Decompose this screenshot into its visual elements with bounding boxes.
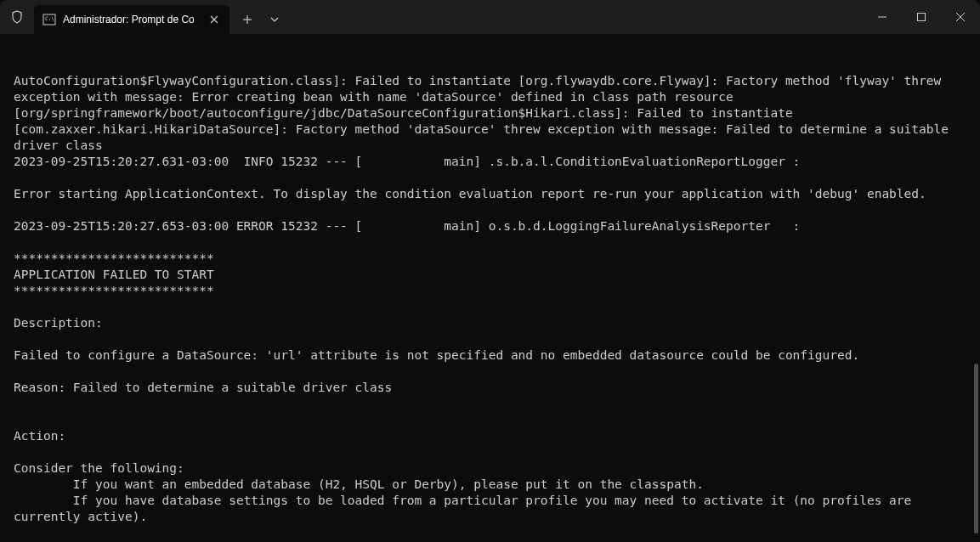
terminal-line: If you have database settings to be load… (14, 493, 966, 525)
new-tab-button[interactable] (233, 5, 262, 34)
minimize-button[interactable] (863, 0, 902, 34)
terminal-line (14, 234, 966, 251)
terminal-line (14, 170, 966, 186)
terminal-line: 2023-09-25T15:20:27.631-03:00 INFO 15232… (14, 154, 966, 170)
maximize-button[interactable] (902, 0, 941, 34)
terminal-line: *************************** (14, 251, 966, 267)
terminal-line: Reason: Failed to determine a suitable d… (14, 380, 966, 396)
titlebar: C:\ Administrador: Prompt de Co (0, 0, 980, 34)
tab-close-button[interactable] (207, 13, 221, 26)
svg-text:C:\: C:\ (45, 15, 54, 21)
close-button[interactable] (941, 0, 980, 34)
terminal-line: APPLICATION FAILED TO START (14, 267, 966, 283)
terminal-line (14, 444, 966, 460)
window-controls (863, 0, 980, 34)
terminal-line: 2023-09-25T15:20:27.653-03:00 ERROR 1523… (14, 218, 966, 234)
tab-title: Administrador: Prompt de Co (63, 14, 201, 25)
shield-icon (0, 0, 34, 34)
terminal-line: Description: (14, 315, 966, 331)
terminal-line (14, 412, 966, 428)
terminal-output[interactable]: AutoConfiguration$FlywayConfiguration.cl… (0, 34, 980, 542)
tab-dropdown-button[interactable] (262, 5, 287, 34)
terminal-line (14, 364, 966, 380)
terminal-line: Consider the following: (14, 460, 966, 477)
terminal-line: Failed to configure a DataSource: 'url' … (14, 347, 966, 364)
terminal-line: Error starting ApplicationContext. To di… (14, 186, 966, 202)
terminal-tab[interactable]: C:\ Administrador: Prompt de Co (34, 5, 229, 34)
terminal-line (14, 396, 966, 412)
terminal-line (14, 299, 966, 315)
terminal-line: If you want an embedded database (H2, HS… (14, 477, 966, 493)
terminal-line (14, 202, 966, 218)
terminal-line: AutoConfiguration$FlywayConfiguration.cl… (14, 73, 966, 154)
terminal-line (14, 331, 966, 347)
scrollbar-thumb[interactable] (974, 364, 978, 534)
svg-rect-7 (918, 14, 926, 21)
cmd-icon: C:\ (42, 13, 56, 26)
terminal-line: *************************** (14, 283, 966, 299)
terminal-line (14, 525, 966, 541)
terminal-line: Action: (14, 428, 966, 444)
